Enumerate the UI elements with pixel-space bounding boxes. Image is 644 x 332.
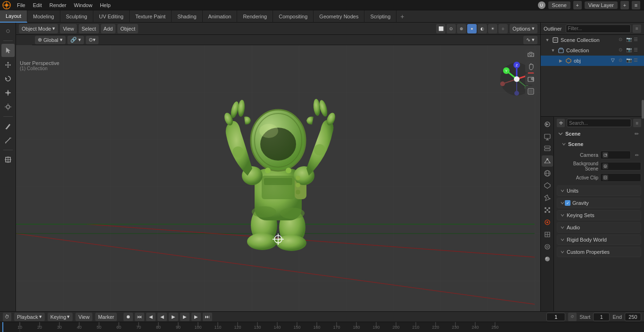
tab-shading[interactable]: Shading: [172, 10, 202, 23]
scene-selector[interactable]: User PerspectiveScene: [548, 1, 570, 9]
play-btn[interactable]: ▶: [169, 313, 178, 321]
camera-field[interactable]: [600, 151, 631, 159]
units-section-header[interactable]: Units: [557, 186, 641, 195]
start-frame-input[interactable]: 1: [593, 313, 610, 321]
outliner-filter-btn[interactable]: ≡: [633, 24, 641, 33]
select-menu-btn[interactable]: Select: [79, 24, 99, 33]
viewport-overlay-btn[interactable]: ⊙: [446, 24, 456, 33]
obj-triangle-icon[interactable]: ▽: [611, 57, 618, 64]
tab-animation[interactable]: Animation: [203, 10, 238, 23]
view-layer-add-btn[interactable]: +: [620, 1, 629, 9]
props-filter-btn[interactable]: ≡: [633, 119, 641, 127]
mode-selector-btn[interactable]: ⬡: [1, 24, 15, 38]
timeline-mode-btn[interactable]: ⏱: [3, 313, 11, 321]
outliner-toggle-obj[interactable]: ▶: [558, 58, 563, 64]
scene-add-btn[interactable]: +: [573, 1, 582, 9]
viewport-eevee-btn[interactable]: ○: [498, 24, 508, 33]
next-keyframe-btn[interactable]: ▶: [191, 313, 201, 321]
props-scrollbar[interactable]: [642, 117, 644, 119]
skip-to-start-btn[interactable]: ⏮: [135, 313, 144, 321]
scene-canvas[interactable]: User Perspective (1) Collection: [16, 45, 540, 311]
menu-file[interactable]: File: [13, 0, 29, 10]
tab-scripting[interactable]: Scripting: [364, 10, 396, 23]
transform-pivot-btn[interactable]: ⊕ Global ▾: [35, 36, 66, 44]
background-scene-field[interactable]: [600, 162, 641, 170]
props-output-icon[interactable]: [542, 131, 553, 142]
vp-render-icon[interactable]: [525, 86, 537, 97]
viewport-3d[interactable]: Object Mode ▾ View Select Add Object ⬜ ⊙…: [16, 23, 540, 311]
props-modifier-icon[interactable]: [542, 192, 553, 203]
tab-uv-editing[interactable]: UV Editing: [93, 10, 130, 23]
fcurve-btn[interactable]: ∿ ▾: [523, 36, 537, 44]
scale-tool[interactable]: [1, 86, 15, 99]
transform-tool[interactable]: [1, 100, 15, 113]
props-object-data-icon[interactable]: [542, 241, 553, 252]
custom-props-header[interactable]: Custom Properties: [557, 247, 641, 257]
snap-btn[interactable]: 🔗▾: [67, 36, 84, 44]
outliner-toggle-scene[interactable]: ▼: [545, 37, 550, 43]
viewport-material-btn[interactable]: ◐: [478, 24, 487, 33]
vp-camera-icon[interactable]: [525, 49, 537, 60]
proportional-edit-btn[interactable]: ⊙▾: [86, 36, 99, 44]
props-render-icon[interactable]: [542, 119, 553, 130]
props-viewlayer-icon[interactable]: [542, 143, 553, 154]
menu-render[interactable]: Render: [46, 0, 70, 10]
viewport-xray-btn[interactable]: ⬜: [436, 24, 446, 33]
options-btn[interactable]: Options ▾: [510, 24, 537, 33]
marker-menu-btn[interactable]: Marker: [95, 313, 117, 321]
outliner-obj[interactable]: ▶ obj ▽ ⊙ 📷 ☰: [541, 56, 644, 66]
keying-sets-header[interactable]: Keying Sets: [557, 211, 641, 220]
view-menu-btn[interactable]: View: [60, 24, 77, 33]
props-search-input[interactable]: [567, 119, 631, 127]
hide-icon[interactable]: ☰: [634, 37, 640, 43]
obj-render-icon[interactable]: 📷: [626, 57, 633, 64]
object-mode-btn[interactable]: Object Mode ▾: [19, 24, 58, 33]
coll-hide-icon[interactable]: ☰: [634, 47, 640, 54]
props-particle-icon[interactable]: [542, 204, 553, 216]
outliner-scene-collection[interactable]: ▼ Scene Collection ⊙ 📷 ☰: [541, 35, 644, 45]
current-frame-input[interactable]: 1: [546, 313, 565, 321]
tab-layout[interactable]: Layout: [0, 10, 27, 23]
view-layer-icon[interactable]: ⊙: [619, 37, 625, 43]
vp-hand-icon[interactable]: [525, 61, 537, 73]
view-menu-btn-timeline[interactable]: View: [75, 313, 92, 321]
props-constraints-icon[interactable]: [542, 229, 553, 240]
add-menu-btn[interactable]: Add: [101, 24, 116, 33]
filter-btn-top[interactable]: ≡: [632, 1, 640, 9]
tab-texture-paint[interactable]: Texture Paint: [130, 10, 172, 23]
viewport-rendered-btn[interactable]: ☀: [488, 24, 497, 33]
gravity-checkbox[interactable]: ✓: [565, 200, 570, 206]
props-object-icon[interactable]: [542, 180, 553, 191]
scene-section-header[interactable]: Scene ✏: [557, 129, 641, 138]
tab-modeling[interactable]: Modeling: [27, 10, 60, 23]
menu-help[interactable]: Help: [96, 0, 115, 10]
scene-inner-header[interactable]: Scene: [561, 139, 641, 149]
coll-render-icon[interactable]: 📷: [626, 47, 633, 54]
record-btn[interactable]: ⏺: [124, 313, 133, 321]
measure-tool[interactable]: [1, 134, 15, 147]
timeline-scrubber[interactable]: 10 20 30 40 50 60 70 80 90 100 110 120: [0, 322, 644, 332]
gravity-section-header[interactable]: ✓ Gravity: [557, 198, 641, 208]
render-vis-icon[interactable]: 📷: [626, 37, 633, 43]
playback-menu-btn[interactable]: Playback▾: [14, 313, 45, 321]
props-physics-icon[interactable]: [542, 217, 553, 228]
scene-section-options[interactable]: ✏: [633, 130, 640, 138]
props-material-icon[interactable]: [542, 253, 553, 265]
rigid-body-header[interactable]: Rigid Body World: [557, 235, 641, 244]
add-primitive-tool[interactable]: [1, 153, 15, 166]
move-tool[interactable]: [1, 58, 15, 71]
outliner-collection[interactable]: ▼ Collection ⊙ 📷 ☰: [541, 45, 644, 56]
obj-view-icon[interactable]: ⊙: [619, 57, 625, 64]
skip-to-end-btn[interactable]: ⏭: [203, 313, 212, 321]
vp-camera2-icon[interactable]: [525, 73, 537, 85]
next-frame-btn[interactable]: ▶: [180, 313, 190, 321]
annotate-tool[interactable]: [1, 120, 15, 133]
end-frame-input[interactable]: 250: [625, 313, 641, 321]
active-clip-field[interactable]: [600, 173, 641, 182]
keying-menu-btn[interactable]: Keying▾: [48, 313, 73, 321]
audio-section-header[interactable]: Audio: [557, 223, 641, 232]
props-scene-icon[interactable]: [542, 155, 553, 167]
tab-add-btn[interactable]: +: [396, 10, 408, 23]
coll-view-icon[interactable]: ⊙: [619, 47, 625, 54]
props-pin-btn[interactable]: [557, 119, 565, 127]
